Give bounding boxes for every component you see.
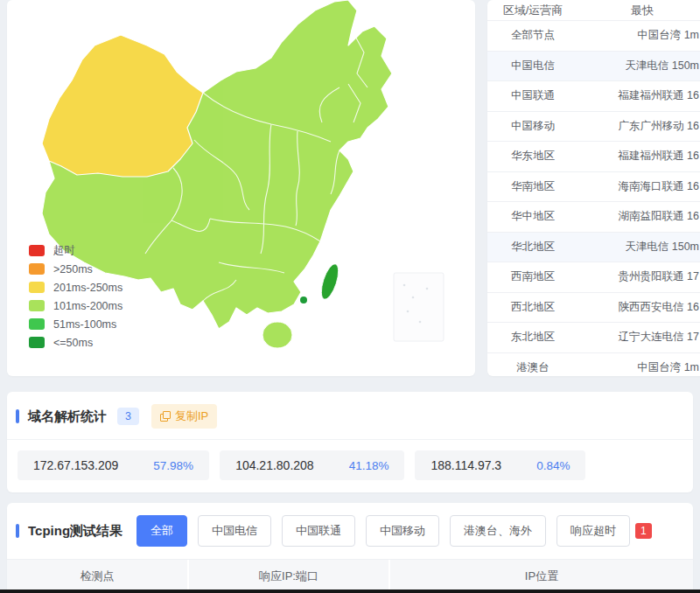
fastest-row[interactable]: 港澳台中国台湾 1m bbox=[487, 352, 700, 377]
map-region-hongkong bbox=[300, 296, 307, 303]
dns-section-title: 域名解析统计 bbox=[28, 408, 107, 425]
fastest-row[interactable]: 东北地区辽宁大连电信 17 bbox=[487, 322, 700, 352]
map-region-xinjiang bbox=[42, 35, 203, 177]
dns-stats-card: 域名解析统计 3 复制IP 172.67.153.209 57.98% 104.… bbox=[7, 392, 693, 492]
fastest-table-header: 区域/运营商 最快 bbox=[487, 0, 700, 20]
fastest-row[interactable]: 中国联通福建福州联通 16 bbox=[487, 80, 700, 111]
filter-timeout-label: 响应超时 bbox=[570, 523, 616, 539]
accent-bar bbox=[16, 524, 19, 538]
legend-item: 101ms-200ms bbox=[29, 296, 122, 315]
fastest-row[interactable]: 华中地区湖南益阳联通 16 bbox=[487, 201, 700, 232]
ip-value: 188.114.97.3 bbox=[430, 458, 501, 472]
legend-swatch-darkgreen bbox=[29, 337, 45, 348]
filter-mobile[interactable]: 中国移动 bbox=[366, 515, 439, 547]
fastest-row[interactable]: 华北地区天津电信 150m bbox=[487, 232, 700, 262]
column-header-ip-port: 响应IP:端口 bbox=[187, 560, 388, 593]
legend-swatch-yellow bbox=[29, 282, 45, 293]
legend-item: 51ms-100ms bbox=[29, 315, 122, 333]
china-latency-map-card: 超时 >250ms 201ms-250ms 101ms-200ms 51ms-1… bbox=[7, 0, 475, 376]
column-header-node: 检测点 bbox=[7, 560, 187, 593]
ip-chip[interactable]: 104.21.80.208 41.18% bbox=[220, 450, 404, 480]
accent-bar bbox=[16, 409, 19, 423]
top-row: 超时 >250ms 201ms-250ms 101ms-200ms 51ms-1… bbox=[0, 0, 700, 376]
ip-value: 104.21.80.208 bbox=[235, 458, 314, 472]
fastest-row[interactable]: 华东地区福建福州联通 16 bbox=[487, 141, 700, 171]
fastest-row[interactable]: 中国移动广东广州移动 16 bbox=[487, 111, 700, 142]
tcping-filters: 全部 中国电信 中国联通 中国移动 港澳台、海外 响应超时 1 bbox=[136, 515, 662, 547]
ip-chip[interactable]: 172.67.153.209 57.98% bbox=[18, 450, 209, 480]
timeout-count-badge: 1 bbox=[635, 523, 652, 539]
map-region-hainan bbox=[262, 322, 292, 348]
tcping-card: Tcping测试结果 全部 中国电信 中国联通 中国移动 港澳台、海外 响应超时… bbox=[7, 503, 693, 593]
fastest-row[interactable]: 西南地区贵州贵阳联通 17 bbox=[487, 262, 700, 292]
legend-swatch-green bbox=[29, 318, 45, 330]
ip-value: 172.67.153.209 bbox=[33, 458, 118, 472]
dns-chips-row: 172.67.153.209 57.98% 104.21.80.208 41.1… bbox=[7, 440, 693, 480]
filter-all[interactable]: 全部 bbox=[136, 515, 187, 547]
map-region-taiwan bbox=[318, 262, 341, 302]
legend-item: 201ms-250ms bbox=[29, 278, 122, 296]
legend-swatch-lightgreen bbox=[29, 300, 45, 311]
copy-ip-button[interactable]: 复制IP bbox=[151, 404, 217, 429]
page: 超时 >250ms 201ms-250ms 101ms-200ms 51ms-1… bbox=[0, 0, 700, 593]
dns-count-badge: 3 bbox=[117, 408, 139, 425]
column-header-region: 区域/运营商 bbox=[487, 3, 578, 18]
south-china-sea-inset bbox=[394, 273, 444, 341]
ip-percent: 57.98% bbox=[153, 459, 193, 472]
ip-chip[interactable]: 188.114.97.3 0.84% bbox=[415, 450, 585, 480]
fastest-row[interactable]: 全部节点中国台湾 1m bbox=[487, 20, 700, 51]
legend-item: <=50ms bbox=[29, 333, 122, 352]
legend-swatch-red bbox=[29, 245, 45, 256]
legend-swatch-orange bbox=[29, 263, 45, 275]
fastest-row[interactable]: 华南地区海南海口联通 16 bbox=[487, 171, 700, 202]
latency-legend: 超时 >250ms 201ms-250ms 101ms-200ms 51ms-1… bbox=[29, 241, 122, 352]
copy-icon bbox=[160, 411, 171, 422]
legend-item: 超时 bbox=[29, 241, 122, 260]
column-header-ip-location: IP位置 bbox=[388, 560, 693, 593]
bottom-edge-bar bbox=[0, 590, 700, 593]
filter-unicom[interactable]: 中国联通 bbox=[282, 515, 355, 547]
fastest-row[interactable]: 中国电信天津电信 150m bbox=[487, 51, 700, 81]
filter-telecom[interactable]: 中国电信 bbox=[198, 515, 271, 547]
filter-overseas[interactable]: 港澳台、海外 bbox=[450, 515, 546, 547]
column-header-fastest: 最快 bbox=[578, 3, 700, 18]
legend-item: >250ms bbox=[29, 260, 122, 278]
tcping-table: 检测点 响应IP:端口 IP位置 电信 上海 104.21.80.208:80 … bbox=[7, 559, 693, 593]
tcping-table-header: 检测点 响应IP:端口 IP位置 bbox=[7, 559, 693, 593]
tcping-section-title: Tcping测试结果 bbox=[28, 523, 122, 540]
dns-title-row: 域名解析统计 3 复制IP bbox=[7, 392, 693, 439]
copy-ip-label: 复制IP bbox=[175, 408, 208, 424]
ip-percent: 0.84% bbox=[536, 459, 570, 472]
filter-timeout[interactable]: 响应超时 bbox=[556, 515, 630, 547]
fastest-node-table-card: 区域/运营商 最快 全部节点中国台湾 1m 中国电信天津电信 150m 中国联通… bbox=[487, 0, 700, 376]
tcping-title-row: Tcping测试结果 全部 中国电信 中国联通 中国移动 港澳台、海外 响应超时… bbox=[7, 503, 693, 557]
ip-percent: 41.18% bbox=[349, 459, 389, 472]
fastest-row[interactable]: 西北地区陕西西安电信 16 bbox=[487, 292, 700, 323]
